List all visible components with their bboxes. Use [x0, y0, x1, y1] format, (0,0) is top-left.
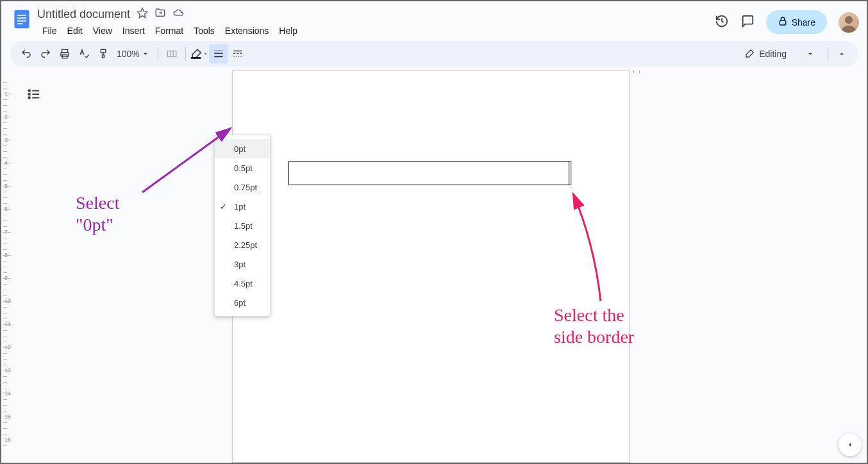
border-dash-button[interactable] — [228, 44, 247, 63]
border-width-option[interactable]: 0.5pt — [215, 158, 270, 178]
side-border-handle[interactable] — [568, 162, 572, 185]
border-width-option[interactable]: 1.5pt — [215, 216, 270, 235]
menu-format[interactable]: Format — [150, 23, 188, 38]
docs-logo[interactable] — [9, 6, 35, 32]
menu-tools[interactable]: Tools — [188, 23, 220, 38]
comments-icon[interactable] — [740, 14, 755, 31]
menu-view[interactable]: View — [88, 23, 117, 38]
svg-point-17 — [28, 94, 30, 95]
menu-bar: FileEditViewInsertFormatToolsExtensionsH… — [37, 23, 715, 38]
svg-rect-15 — [233, 51, 242, 52]
check-icon: ✓ — [220, 202, 227, 211]
pencil-icon — [745, 48, 755, 60]
border-width-option[interactable]: 0pt — [215, 139, 270, 158]
menu-edit[interactable]: Edit — [62, 23, 88, 38]
svg-rect-13 — [214, 53, 223, 54]
border-width-option[interactable]: 4.5pt — [215, 274, 270, 293]
table-cell[interactable] — [288, 161, 571, 185]
ruler-vertical: 12345678910111213141516 — [3, 70, 13, 463]
zoom-select[interactable]: 100% — [113, 49, 154, 59]
menu-extensions[interactable]: Extensions — [220, 23, 274, 38]
border-width-dropdown: 0pt0.5pt0.75pt✓1pt1.5pt2.25pt3pt4.5pt6pt — [214, 135, 271, 317]
svg-rect-5 — [780, 21, 785, 25]
doc-title[interactable]: Untitled document — [37, 8, 130, 21]
menu-help[interactable]: Help — [274, 23, 303, 38]
print-button[interactable] — [55, 44, 74, 63]
border-width-option[interactable]: 3pt — [215, 254, 270, 274]
border-width-option[interactable]: 6pt — [215, 293, 270, 312]
spellcheck-button[interactable] — [74, 44, 94, 63]
border-width-option[interactable]: ✓1pt — [215, 197, 270, 216]
annotation-select-side-border: Select theside border — [554, 304, 634, 347]
svg-rect-14 — [214, 56, 223, 57]
separator — [185, 47, 186, 61]
document-page[interactable] — [232, 70, 630, 463]
border-width-option[interactable]: 2.25pt — [215, 235, 270, 254]
outline-button[interactable] — [27, 87, 41, 104]
svg-rect-12 — [214, 51, 223, 51]
editing-mode-button[interactable]: Editing — [736, 44, 824, 64]
svg-point-18 — [28, 97, 30, 99]
mode-label: Editing — [759, 49, 787, 59]
history-icon[interactable] — [715, 14, 729, 31]
svg-rect-11 — [191, 57, 201, 59]
redo-button[interactable] — [36, 44, 55, 63]
separator — [828, 47, 828, 61]
svg-rect-1 — [17, 15, 26, 16]
menu-file[interactable]: File — [37, 23, 62, 38]
svg-point-6 — [845, 16, 853, 24]
star-icon[interactable] — [137, 7, 148, 21]
cloud-status-icon[interactable] — [172, 7, 184, 21]
menu-insert[interactable]: Insert — [117, 23, 150, 38]
share-label: Share — [792, 17, 815, 28]
separator — [158, 47, 158, 61]
avatar[interactable] — [839, 12, 859, 33]
border-width-option[interactable]: 0.75pt — [215, 178, 270, 197]
svg-rect-2 — [17, 17, 26, 19]
border-width-button[interactable] — [209, 44, 228, 63]
merge-cells-button[interactable] — [162, 44, 181, 63]
lock-icon — [778, 16, 788, 28]
svg-rect-3 — [17, 21, 26, 22]
undo-button[interactable] — [17, 44, 36, 63]
svg-rect-4 — [17, 23, 23, 24]
svg-rect-0 — [14, 10, 29, 28]
toolbar: 100% Editing — [10, 41, 858, 67]
border-color-button[interactable] — [190, 44, 209, 63]
share-button[interactable]: Share — [766, 10, 827, 34]
svg-rect-10 — [167, 51, 176, 57]
move-folder-icon[interactable] — [154, 7, 166, 21]
paint-format-button[interactable] — [94, 44, 113, 63]
annotation-select-0pt: Select"0pt" — [76, 192, 119, 235]
collapse-toolbar-button[interactable] — [832, 44, 851, 63]
svg-point-16 — [28, 90, 30, 92]
side-panel-toggle[interactable] — [839, 433, 862, 456]
